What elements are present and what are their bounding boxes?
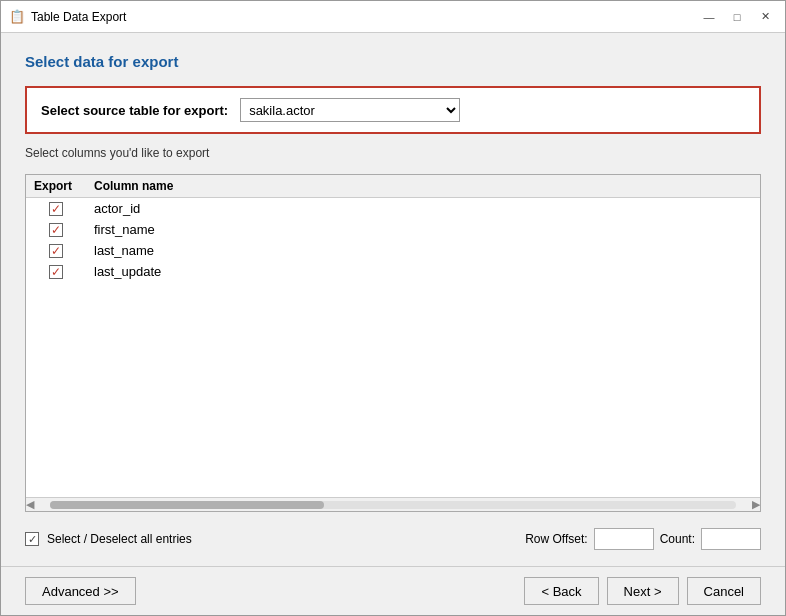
table-row: ✓ first_name xyxy=(26,219,760,240)
column-name-cell: last_name xyxy=(86,240,760,261)
column-checkbox[interactable]: ✓ xyxy=(49,223,63,237)
table-header-row: Export Column name xyxy=(26,175,760,198)
row-offset-label: Row Offset: xyxy=(525,532,587,546)
horizontal-scrollbar[interactable]: ◀ ▶ xyxy=(26,497,760,511)
title-bar: 📋 Table Data Export — □ ✕ xyxy=(1,1,785,33)
columns-table-wrapper: Export Column name ✓ actor_id ✓ first_na… xyxy=(25,174,761,512)
scrollbar-track xyxy=(50,501,736,509)
bottom-options: ✓ Select / Deselect all entries Row Offs… xyxy=(25,524,761,554)
table-row: ✓ last_name xyxy=(26,240,760,261)
row-controls: Row Offset: Count: xyxy=(525,528,761,550)
back-button[interactable]: < Back xyxy=(524,577,598,605)
column-name-cell: actor_id xyxy=(86,198,760,220)
columns-hint: Select columns you'd like to export xyxy=(25,146,761,160)
source-table-section: Select source table for export: sakila.a… xyxy=(25,86,761,134)
main-window: 📋 Table Data Export — □ ✕ Select data fo… xyxy=(0,0,786,616)
column-checkbox[interactable]: ✓ xyxy=(49,265,63,279)
window-title: Table Data Export xyxy=(31,10,697,24)
source-table-dropdown[interactable]: sakila.actor xyxy=(240,98,460,122)
columns-table: Export Column name ✓ actor_id ✓ first_na… xyxy=(26,175,760,282)
column-name-cell: last_update xyxy=(86,261,760,282)
count-label: Count: xyxy=(660,532,695,546)
next-button[interactable]: Next > xyxy=(607,577,679,605)
source-table-label: Select source table for export: xyxy=(41,103,228,118)
column-name-cell: first_name xyxy=(86,219,760,240)
footer: Advanced >> < Back Next > Cancel xyxy=(1,566,785,615)
app-icon: 📋 xyxy=(9,9,25,25)
close-button[interactable]: ✕ xyxy=(753,7,777,27)
page-title: Select data for export xyxy=(25,53,761,70)
table-row: ✓ last_update xyxy=(26,261,760,282)
column-checkbox[interactable]: ✓ xyxy=(49,202,63,216)
main-content: Select data for export Select source tab… xyxy=(1,33,785,566)
row-offset-input[interactable] xyxy=(594,528,654,550)
advanced-button[interactable]: Advanced >> xyxy=(25,577,136,605)
count-input[interactable] xyxy=(701,528,761,550)
scrollbar-thumb xyxy=(50,501,324,509)
header-export: Export xyxy=(26,175,86,198)
header-column-name: Column name xyxy=(86,175,760,198)
select-all-label: Select / Deselect all entries xyxy=(47,532,192,546)
window-controls: — □ ✕ xyxy=(697,7,777,27)
cancel-button[interactable]: Cancel xyxy=(687,577,761,605)
minimize-button[interactable]: — xyxy=(697,7,721,27)
table-row: ✓ actor_id xyxy=(26,198,760,220)
footer-right: < Back Next > Cancel xyxy=(524,577,761,605)
maximize-button[interactable]: □ xyxy=(725,7,749,27)
column-checkbox[interactable]: ✓ xyxy=(49,244,63,258)
select-all-checkbox[interactable]: ✓ xyxy=(25,532,39,546)
footer-left: Advanced >> xyxy=(25,577,136,605)
